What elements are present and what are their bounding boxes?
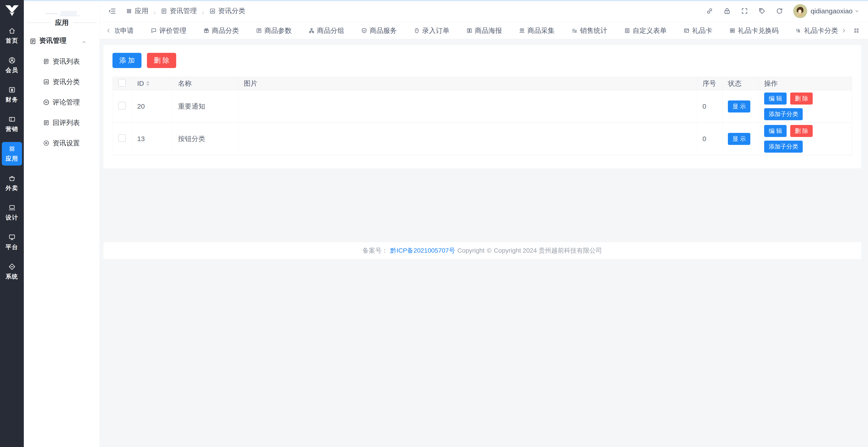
row-checkbox[interactable] — [118, 134, 126, 142]
delete-row-button[interactable]: 删 除 — [790, 92, 813, 105]
add-child-category-button[interactable]: 添加子分类 — [764, 141, 803, 153]
sort-toggle[interactable] — [146, 81, 149, 86]
row-select-cell — [113, 90, 132, 123]
sidebar-item-chart-square[interactable]: 资讯分类 — [24, 76, 100, 88]
tab-options-button[interactable] — [853, 27, 860, 34]
tab-hourglass[interactable]: 商品海报 — [462, 23, 506, 38]
background-filler — [100, 259, 868, 447]
sidebar-item-comment[interactable]: 评论管理 — [24, 97, 100, 108]
row-checkbox[interactable] — [118, 102, 126, 110]
chevron-down-icon — [855, 9, 859, 13]
rail-item-label: 会员 — [6, 66, 19, 74]
rail-item-member[interactable]: 会员 — [2, 54, 22, 77]
table-row: 20重要通知0显 示编 辑删 除添加子分类 — [113, 90, 852, 123]
org-icon — [308, 27, 315, 34]
edit-button[interactable]: 编 辑 — [764, 92, 786, 105]
status-show-button[interactable]: 显 示 — [728, 100, 750, 113]
sidebar-item-doc-list[interactable]: 资讯列表 — [24, 56, 100, 67]
user-menu-caret-slot[interactable] — [855, 9, 859, 13]
laptop-icon — [519, 27, 525, 34]
rail-item-label: 外卖 — [6, 184, 19, 192]
tab-label: 款申请 — [115, 26, 134, 35]
chart-square-icon — [43, 79, 50, 85]
copyright-symbol: © — [487, 247, 492, 254]
username[interactable]: qidiangaoxiao — [811, 7, 852, 15]
list-square-icon — [43, 119, 50, 126]
lock-icon — [723, 7, 731, 15]
sidebar-item-list-square[interactable]: 回评列表 — [24, 117, 100, 128]
tab-label: 评价管理 — [159, 26, 186, 35]
rail-item-home[interactable]: 首页 — [2, 24, 22, 48]
doc-icon — [160, 8, 167, 14]
add-child-category-button[interactable]: 添加子分类 — [764, 108, 803, 120]
status-show-button[interactable]: 显 示 — [728, 133, 750, 145]
select-all-checkbox[interactable] — [118, 79, 126, 87]
collapse-sidebar-button[interactable] — [108, 7, 116, 15]
tab-card[interactable]: 礼品卡 — [679, 23, 716, 38]
tab-shield[interactable]: 商品服务 — [357, 23, 401, 38]
tab-form[interactable]: 自定义表单 — [620, 23, 671, 38]
breadcrumb-item-2[interactable]: 资讯管理 — [160, 6, 197, 16]
tab-clock[interactable]: 录入订单 — [409, 23, 454, 38]
sidebar-group-news-management[interactable]: 资讯管理 — [24, 36, 100, 46]
column-label: 状态 — [728, 80, 742, 87]
rail-item-system[interactable]: 系统 — [2, 260, 22, 284]
tab-label: 商品采集 — [527, 26, 555, 35]
tab-gift[interactable]: 商品分类 — [199, 23, 243, 38]
rail-item-takeout[interactable]: 外卖 — [2, 172, 22, 195]
table-header-row: ID名称图片序号状态操作 — [113, 77, 852, 90]
breadcrumb-item-3[interactable]: 资讯分类 — [209, 6, 245, 16]
add-button[interactable]: 添 加 — [113, 53, 142, 68]
tag-button[interactable] — [758, 7, 766, 15]
news-category-card: 添 加 删 除 ID名称图片序号状态操作 20重要通知0显 示编 辑删 除添加子… — [103, 45, 861, 168]
sidebar-item-gear[interactable]: 资讯设置 — [24, 138, 100, 149]
tabs-scroll-right[interactable] — [841, 28, 847, 34]
edit-button[interactable]: 编 辑 — [764, 125, 786, 137]
tab-chat[interactable]: 评价管理 — [147, 23, 190, 38]
tab-laptop[interactable]: 商品采集 — [515, 23, 559, 38]
row-actions: 编 辑删 除添加子分类 — [764, 123, 832, 155]
tabs-scroll-left[interactable] — [106, 28, 112, 34]
tab-org[interactable]: 商品分组 — [304, 23, 348, 38]
row-status-cell: 显 示 — [722, 123, 759, 155]
rail-item-finance[interactable]: 财务 — [2, 83, 22, 107]
marketing-icon — [8, 115, 16, 123]
main-area: 应用资讯管理资讯分类 qidiangaoxiao 款申请评价管理商品分类商品参数… — [100, 0, 868, 447]
gift-icon — [203, 27, 210, 34]
rail-item-apps[interactable]: 应用 — [2, 142, 22, 166]
tab-item-0[interactable]: 款申请 — [115, 23, 138, 38]
link-button[interactable] — [706, 7, 713, 15]
doc-icon — [29, 38, 36, 45]
row-status-cell: 显 示 — [722, 90, 759, 123]
row-select-cell — [113, 123, 132, 155]
tab-p-square[interactable]: 商品参数 — [252, 23, 296, 38]
tab-label: 自定义表单 — [632, 26, 666, 35]
delete-row-button[interactable]: 删 除 — [790, 125, 813, 137]
fullscreen-button[interactable] — [741, 7, 748, 15]
icp-link[interactable]: 黔ICP备2021005707号 — [390, 246, 455, 255]
refresh-button[interactable] — [776, 7, 783, 15]
breadcrumb-item-1[interactable]: 应用 — [126, 6, 148, 16]
finance-icon — [8, 86, 16, 94]
column-label: ID — [137, 80, 144, 87]
tab-barcode[interactable]: 礼品卡兑换码 — [725, 23, 783, 38]
rail-item-marketing[interactable]: 营销 — [2, 113, 22, 136]
rail-menu: 首页会员财务营销应用外卖设计平台系统 — [0, 24, 24, 284]
breadcrumb: 应用资讯管理资讯分类 — [126, 6, 245, 16]
grid-mini-icon — [853, 27, 860, 34]
apps-icon — [126, 8, 132, 14]
tab-a-sort[interactable]: 礼品卡分类 — [792, 23, 841, 38]
avatar[interactable] — [793, 4, 807, 18]
row-image-cell — [238, 90, 697, 123]
footer-text: Copyright — [457, 247, 485, 254]
tab-stats[interactable]: 销售统计 — [567, 23, 611, 38]
p-square-icon — [256, 27, 262, 34]
rail-item-design[interactable]: 设计 — [2, 201, 22, 225]
lock-button[interactable] — [723, 7, 731, 15]
design-icon — [8, 204, 16, 212]
app-logo[interactable] — [0, 5, 24, 16]
delete-button[interactable]: 删 除 — [147, 53, 176, 68]
rail-item-platform[interactable]: 平台 — [2, 231, 22, 254]
category-table: ID名称图片序号状态操作 20重要通知0显 示编 辑删 除添加子分类13按钮分类… — [113, 77, 852, 155]
divider-line — [27, 23, 51, 23]
